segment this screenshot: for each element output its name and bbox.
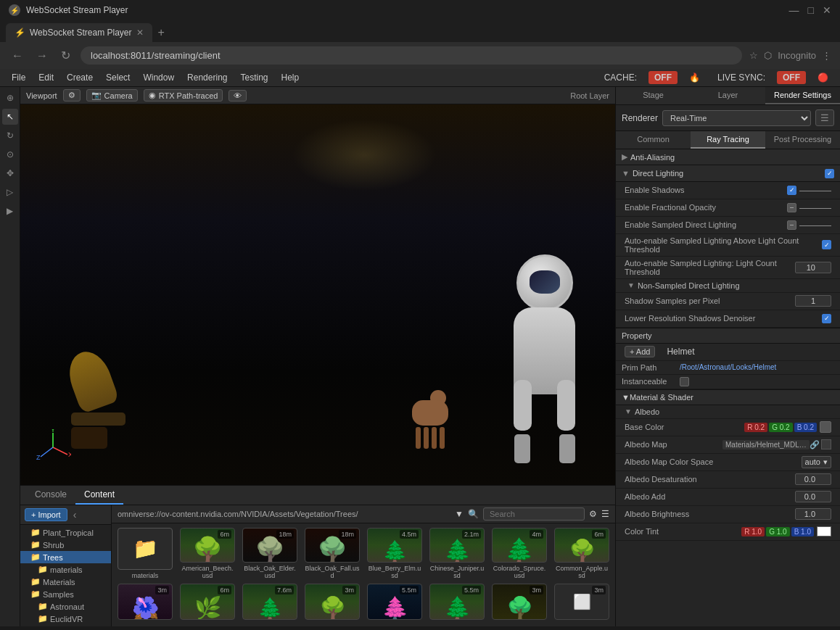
tab-layer[interactable]: Layer (691, 87, 765, 104)
sidebar-collapse-btn[interactable]: ‹ (72, 507, 78, 522)
lower-res-checkbox[interactable] (822, 314, 831, 323)
content-tab[interactable]: Content (75, 486, 123, 505)
direct-lighting-header[interactable]: ▼ Direct Lighting (616, 165, 840, 182)
g-value[interactable]: G 0.2 (769, 423, 792, 432)
tree-plant-tropical[interactable]: 📁 Plant_Tropical (20, 526, 111, 539)
rtx-btn[interactable]: ◉ RTX Path-traced (144, 89, 223, 101)
close-icon[interactable]: ✕ (823, 4, 831, 16)
brightness-input[interactable] (795, 508, 831, 520)
back-btn[interactable]: ← (9, 48, 26, 64)
camera-btn[interactable]: 📷 Camera (86, 89, 138, 101)
anti-aliasing-header[interactable]: ▶ Anti-Aliasing (616, 149, 840, 165)
forward-btn[interactable]: → (33, 48, 51, 64)
asset-r2-1[interactable]: 3m 🌺 (116, 584, 174, 623)
color-swatch[interactable] (820, 421, 831, 433)
asset-materials-folder[interactable]: 📁 materials (116, 528, 174, 579)
tool-move[interactable]: ↖ (2, 109, 18, 125)
desaturation-input[interactable] (795, 473, 831, 485)
render-tab-ray-tracing[interactable]: Ray Tracing (691, 131, 765, 149)
tint-swatch[interactable] (817, 526, 831, 536)
url-input[interactable] (81, 46, 742, 65)
active-tab[interactable]: ⚡ WebSocket Stream Player ✕ (6, 23, 152, 42)
tool-play[interactable]: ▶ (2, 203, 18, 219)
b-value[interactable]: B 0.2 (794, 423, 817, 432)
asset-r2-8[interactable]: 3m ⬜ (553, 584, 611, 623)
tool-orbit[interactable]: ⊙ (2, 146, 18, 162)
asset-black-oak-elder[interactable]: 18m 🌳 Black_Oak_Elder.usd (241, 528, 299, 579)
import-btn[interactable]: + Import (25, 508, 67, 521)
asset-r2-5[interactable]: 5.5m 🌲 (366, 584, 424, 623)
r-value[interactable]: R 0.2 (744, 423, 767, 432)
asset-american-beech[interactable]: 6m 🌳 American_Beech.usd (178, 528, 236, 579)
albedo-header[interactable]: ▼ Albedo (616, 405, 840, 419)
non-sampled-header[interactable]: ▼ Non-Sampled Direct Lighting (616, 279, 840, 293)
tree-shrub[interactable]: 📁 Shrub (20, 539, 111, 551)
tab-render-settings[interactable]: Render Settings (765, 87, 840, 104)
search-input[interactable] (483, 507, 585, 521)
tint-b[interactable]: B 1.0 (791, 527, 814, 536)
asset-r2-4[interactable]: 3m 🌳 (303, 584, 361, 623)
shadows-checkbox[interactable] (787, 186, 796, 195)
menu-file[interactable]: File (6, 71, 31, 84)
tree-euclidvr[interactable]: 📁 EuclidVR (20, 613, 111, 625)
render-tab-post-processing[interactable]: Post Processing (765, 131, 840, 149)
view-options-icon[interactable]: ☰ (601, 509, 609, 519)
viewport-canvas[interactable]: X Y Z (20, 104, 615, 485)
menu-icon[interactable]: ⋮ (822, 50, 831, 61)
menu-create[interactable]: Create (61, 71, 99, 84)
instanceable-checkbox[interactable] (680, 377, 689, 386)
tree-flight[interactable]: 📁 Flight (20, 625, 111, 626)
render-tab-common[interactable]: Common (616, 131, 691, 149)
new-tab-btn[interactable]: + (152, 23, 170, 42)
threshold-input[interactable] (795, 262, 831, 273)
color-space-dropdown[interactable]: auto ▾ (802, 456, 831, 468)
section-checkbox[interactable] (825, 168, 834, 178)
tree-samples[interactable]: 📁 Samples (20, 588, 111, 600)
albedo-add-input[interactable] (795, 491, 831, 502)
asset-blue-berry-elm[interactable]: 4.5m 🌲 Blue_Berry_Elm.usd (366, 528, 424, 579)
asset-r2-2[interactable]: 6m 🌿 (178, 584, 236, 623)
tint-r[interactable]: R 1.0 (741, 527, 765, 536)
extensions-icon[interactable]: ⬡ (764, 50, 772, 61)
tool-select[interactable]: ⊕ (2, 90, 18, 106)
renderer-menu-btn[interactable]: ☰ (815, 109, 834, 126)
material-header[interactable]: ▼ Material & Shader (616, 390, 840, 405)
auto-sampled-checkbox[interactable] (822, 240, 831, 249)
menu-testing[interactable]: Testing (234, 71, 273, 84)
refresh-btn[interactable]: ↻ (58, 47, 73, 64)
menu-help[interactable]: Help (276, 71, 305, 84)
viewport-settings-btn[interactable]: ⚙ (63, 89, 81, 101)
asset-black-oak-fall[interactable]: 18m 🌳 Black_Oak_Fall.usd (303, 528, 361, 579)
tool-pan[interactable]: ✥ (2, 165, 18, 181)
filter-icon[interactable]: ▼ (455, 509, 464, 519)
asset-common-apple[interactable]: 6m 🌳 Common_Apple.usd (553, 528, 611, 579)
asset-r2-7[interactable]: 3m 🌳 (490, 584, 548, 623)
menu-edit[interactable]: Edit (33, 71, 59, 84)
menu-window[interactable]: Window (137, 71, 180, 84)
renderer-select[interactable]: Real-Time (662, 110, 811, 126)
asset-colorado-spruce[interactable]: 4m 🌲 Colorado_Spruce.usd (490, 528, 548, 579)
tint-g[interactable]: G 1.0 (766, 527, 789, 536)
albedo-map-value[interactable]: Materials/Helmet_MDL/He (722, 440, 810, 449)
bookmark-icon[interactable]: ☆ (749, 50, 758, 61)
shadow-samples-input[interactable] (795, 295, 831, 307)
tree-trees[interactable]: 📁 Trees (20, 551, 111, 563)
menu-rendering[interactable]: Rendering (181, 71, 233, 84)
console-tab[interactable]: Console (26, 486, 75, 505)
link-icon[interactable]: 🔗 (810, 440, 820, 449)
menu-select[interactable]: Select (100, 71, 136, 84)
tree-materials-sub[interactable]: 📁 materials (20, 563, 111, 576)
tool-zoom[interactable]: ▷ (2, 184, 18, 200)
minimize-icon[interactable]: — (789, 4, 799, 16)
tab-stage[interactable]: Stage (616, 87, 691, 104)
maximize-icon[interactable]: □ (808, 4, 814, 16)
asset-chinese-juniper[interactable]: 2.1m 🌲 Chinese_Juniper.usd (428, 528, 486, 579)
tab-close-btn[interactable]: ✕ (136, 28, 144, 38)
asset-r2-6[interactable]: 5.5m 🌲 (428, 584, 486, 623)
tree-materials[interactable]: 📁 Materials (20, 576, 111, 588)
visibility-btn[interactable]: 👁 (228, 90, 247, 101)
opacity-checkbox[interactable] (787, 203, 796, 212)
filter-options-icon[interactable]: ⚙ (589, 509, 597, 519)
asset-r2-3[interactable]: 7.6m 🌲 (241, 584, 299, 623)
map-swatch[interactable] (821, 439, 831, 449)
